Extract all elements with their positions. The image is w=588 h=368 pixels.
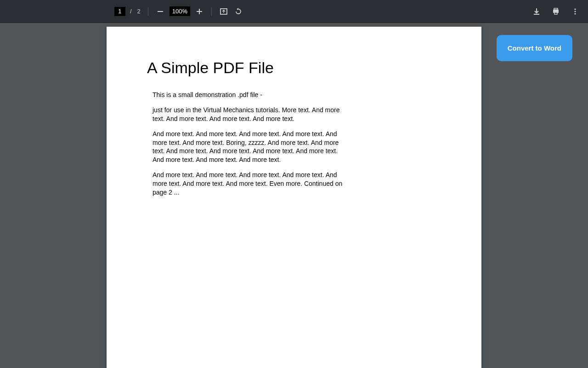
page-number-input[interactable] — [114, 7, 125, 16]
fit-page-button[interactable] — [218, 6, 229, 17]
svg-point-10 — [574, 13, 576, 14]
document-viewport[interactable]: A Simple PDF File This is a small demons… — [0, 23, 588, 368]
toolbar-right-group — [531, 6, 581, 17]
pdf-page: A Simple PDF File This is a small demons… — [107, 27, 481, 368]
download-button[interactable] — [531, 6, 542, 17]
toolbar-center-group: / 2 100% — [114, 6, 244, 17]
svg-rect-4 — [534, 14, 539, 15]
svg-rect-5 — [554, 8, 558, 10]
page-separator: / — [129, 8, 133, 15]
svg-point-8 — [574, 8, 576, 10]
svg-point-9 — [574, 11, 576, 12]
document-title: A Simple PDF File — [147, 59, 440, 77]
document-paragraph: just for use in the Virtual Mechanics tu… — [153, 106, 350, 123]
svg-rect-0 — [158, 11, 163, 12]
fit-page-icon — [220, 7, 228, 16]
zoom-in-button[interactable] — [194, 6, 205, 17]
svg-rect-2 — [199, 9, 200, 14]
zoom-out-button[interactable] — [155, 6, 166, 17]
toolbar-divider — [211, 7, 212, 16]
document-paragraph: This is a small demonstration .pdf file … — [153, 91, 350, 99]
more-vertical-icon — [571, 7, 579, 16]
document-paragraph: And more text. And more text. And more t… — [153, 130, 350, 165]
minus-icon — [157, 8, 164, 15]
more-menu-button[interactable] — [570, 6, 581, 17]
rotate-button[interactable] — [233, 6, 244, 17]
print-icon — [552, 7, 560, 16]
convert-to-word-button[interactable]: Convert to Word — [497, 35, 572, 61]
print-button[interactable] — [550, 6, 561, 17]
download-icon — [532, 7, 541, 16]
toolbar-divider — [148, 7, 148, 16]
pdf-toolbar: / 2 100% — [0, 0, 588, 23]
plus-icon — [196, 8, 203, 15]
rotate-icon — [234, 7, 243, 16]
document-paragraph: And more text. And more text. And more t… — [153, 171, 350, 197]
zoom-level: 100% — [170, 6, 190, 16]
page-total: 2 — [136, 8, 141, 15]
